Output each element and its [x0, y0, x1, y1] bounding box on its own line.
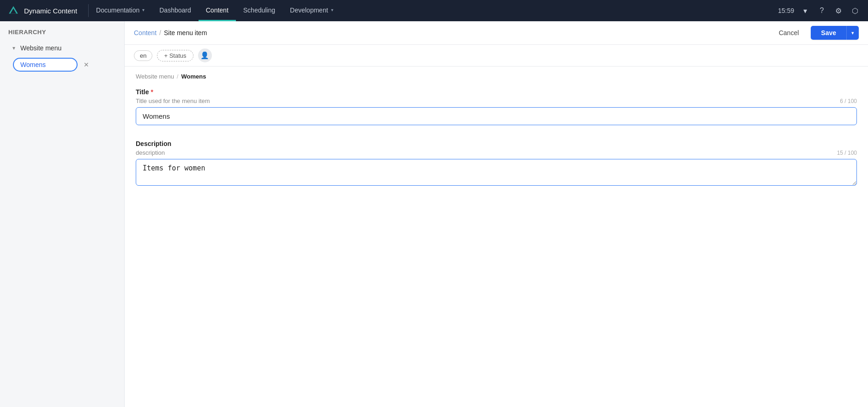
person-icon: 👤 [200, 51, 209, 60]
breadcrumb-content-link[interactable]: Content [134, 29, 157, 36]
action-bar: Content / Site menu item Cancel Save ▾ [125, 21, 868, 45]
breadcrumb: Content / Site menu item [134, 29, 765, 36]
nav-item-documentation[interactable]: Documentation ▾ [89, 0, 152, 21]
nav-item-scheduling[interactable]: Scheduling [236, 0, 283, 21]
form-breadcrumb-current: Womens [181, 73, 206, 80]
topnav-right: 15:59 ▾ ? ⚙ ⬡ [778, 3, 868, 18]
save-icon-button[interactable]: ⬡ [848, 3, 862, 18]
settings-icon-button[interactable]: ⚙ [831, 3, 846, 18]
app-logo[interactable] [6, 3, 21, 18]
form-toolbar: en + Status 👤 [125, 45, 868, 67]
title-input[interactable] [136, 107, 857, 125]
title-hint-row: Title used for the menu item 6 / 100 [136, 97, 857, 104]
breadcrumb-sep: / [159, 29, 161, 36]
form-breadcrumb-link[interactable]: Website menu [136, 73, 174, 80]
help-icon-button[interactable]: ? [814, 3, 829, 18]
status-label: + Status [164, 52, 186, 59]
cancel-button[interactable]: Cancel [771, 26, 808, 40]
nav-item-development[interactable]: Development ▾ [283, 0, 341, 21]
status-button[interactable]: + Status [157, 50, 193, 61]
tree-child-row: Womens ✕ [13, 56, 124, 73]
tree-children: Womens ✕ [0, 56, 124, 73]
form-content: Title * Title used for the menu item 6 /… [125, 84, 868, 407]
child-close-button[interactable]: ✕ [81, 60, 91, 70]
nav-item-dashboard[interactable]: Dashboard [152, 0, 199, 21]
title-section: Title * Title used for the menu item 6 /… [136, 88, 857, 125]
title-counter: 6 / 100 [840, 98, 857, 104]
language-badge[interactable]: en [134, 50, 152, 61]
breadcrumb-current: Site menu item [164, 29, 207, 36]
chevron-down-icon: ▾ [331, 7, 333, 12]
tree-parent-label: Website menu [20, 44, 61, 52]
save-dropdown-button[interactable]: ▾ [847, 26, 859, 40]
description-counter: 15 / 100 [837, 150, 857, 156]
title-required-indicator: * [151, 88, 153, 96]
child-pill-label: Womens [20, 61, 46, 68]
description-hint-row: description 15 / 100 [136, 149, 857, 156]
form-breadcrumb: Website menu / Womens [125, 67, 868, 84]
save-dropdown-icon: ▾ [851, 30, 854, 36]
time-dropdown-button[interactable]: ▾ [798, 3, 813, 18]
nav-item-content[interactable]: Content [199, 0, 236, 21]
save-button[interactable]: Save [811, 26, 847, 40]
topnav-time: 15:59 [778, 7, 794, 14]
user-icon-button[interactable]: 👤 [198, 49, 212, 62]
main-layout: Hierarchy ▾ Website menu Womens ✕ Conten… [0, 21, 868, 407]
tree-chevron-icon: ▾ [10, 45, 18, 51]
content-panel: Content / Site menu item Cancel Save ▾ e… [125, 21, 868, 407]
description-textarea[interactable]: Items for women [136, 159, 857, 186]
topnav: Dynamic Content Documentation ▾ Dashboar… [0, 0, 868, 21]
sidebar-title: Hierarchy [0, 29, 124, 41]
form-breadcrumb-sep: / [177, 73, 179, 80]
description-hint: description [136, 149, 165, 156]
title-hint: Title used for the menu item [136, 97, 210, 104]
tree-parent-website-menu[interactable]: ▾ Website menu [4, 41, 121, 55]
sidebar: Hierarchy ▾ Website menu Womens ✕ [0, 21, 125, 407]
child-pill-womens[interactable]: Womens [13, 58, 78, 72]
title-label: Title * [136, 88, 857, 96]
save-button-group: Save ▾ [811, 26, 859, 40]
app-name: Dynamic Content [24, 7, 77, 15]
action-buttons: Cancel Save ▾ [771, 26, 859, 40]
chevron-down-icon: ▾ [142, 7, 145, 12]
description-label: Description [136, 140, 857, 147]
description-section: Description description 15 / 100 Items f… [136, 140, 857, 187]
